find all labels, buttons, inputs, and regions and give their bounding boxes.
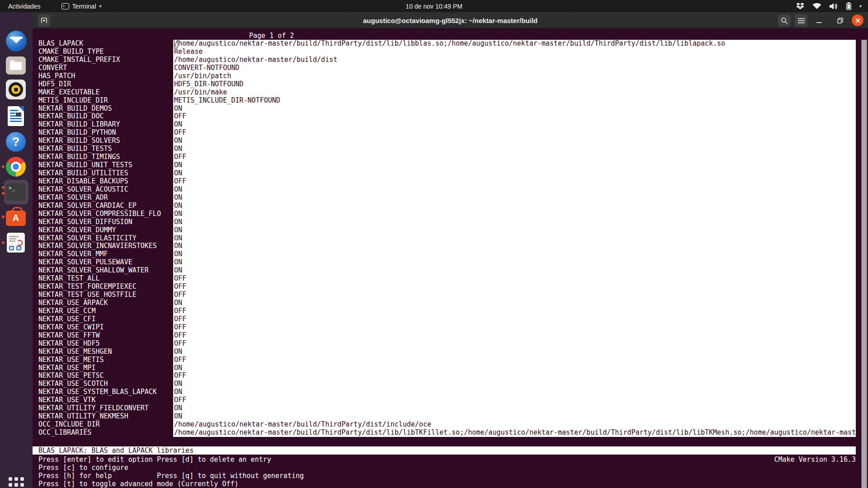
cmake-entry-row[interactable]: NEKTAR_SOLVER_ACOUSTICON	[33, 186, 868, 194]
entry-value-field[interactable]: OFF	[173, 129, 856, 137]
cmake-entry-row[interactable]: NEKTAR_USE_VTKOFF	[33, 396, 868, 404]
entry-value-field[interactable]: ON	[173, 235, 856, 243]
cmake-entry-row[interactable]: NEKTAR_USE_MPION	[33, 364, 868, 372]
cmake-entry-row[interactable]: NEKTAR_UTILITY_FIELDCONVERTON	[33, 404, 868, 413]
entry-value-field[interactable]: OFF	[173, 307, 856, 315]
entry-value-field[interactable]: ON	[173, 364, 856, 372]
cmake-entry-row[interactable]: NEKTAR_USE_MESHGENON	[33, 348, 868, 356]
entry-value-field[interactable]: OFF	[173, 153, 856, 161]
cmake-entry-row[interactable]: NEKTAR_USE_SYSTEM_BLAS_LAPACKON	[33, 388, 868, 396]
cmake-entry-row[interactable]: CMAKE_INSTALL_PREFIX/home/augustico/nekt…	[33, 56, 868, 64]
entry-value-field[interactable]: OFF	[173, 275, 856, 283]
cmake-entry-row[interactable]: HAS_PATCH/usr/bin/patch	[33, 72, 868, 80]
cmake-entry-row[interactable]: NEKTAR_BUILD_TESTSON	[33, 145, 868, 153]
dock-item-rhythmbox[interactable]	[6, 80, 27, 100]
cmake-entry-row[interactable]: NEKTAR_SOLVER_COMPRESSIBLE_FLOON	[33, 210, 868, 218]
cmake-entry-row[interactable]: NEKTAR_BUILD_UTILITIESON	[33, 169, 868, 178]
cmake-entry-row[interactable]: NEKTAR_SOLVER_ELASTICITYON	[33, 235, 868, 243]
entry-value-field[interactable]: /usr/bin/make	[173, 89, 856, 97]
dock-item-terminal[interactable]: >_	[6, 182, 27, 202]
cmake-entry-row[interactable]: NEKTAR_USE_PETSCOFF	[33, 372, 868, 380]
close-button[interactable]	[852, 14, 863, 26]
cmake-entry-row[interactable]: NEKTAR_TEST_ALLOFF	[33, 275, 868, 283]
entry-value-field[interactable]: ON	[173, 186, 856, 194]
entry-value-field[interactable]: /home/augustico/nektar-master/build/Thir…	[173, 40, 856, 48]
entry-value-field[interactable]: METIS_INCLUDE_DIR-NOTFOUND	[173, 97, 856, 105]
cmake-entry-row[interactable]: MAKE_EXECUTABLE/usr/bin/make	[33, 89, 868, 97]
entry-value-field[interactable]: ON	[173, 194, 856, 202]
cmake-entry-row[interactable]: HDF5_DIRHDF5_DIR-NOTFOUND	[33, 80, 868, 89]
entry-value-field[interactable]: ON	[173, 161, 856, 169]
entry-value-field[interactable]: ON	[173, 105, 856, 113]
cmake-entry-row[interactable]: NEKTAR_USE_CFIOFF	[33, 315, 868, 324]
entry-value-field[interactable]: OFF	[173, 396, 856, 404]
entry-value-field[interactable]: HDF5_DIR-NOTFOUND	[173, 80, 856, 89]
entry-value-field[interactable]: ON	[173, 404, 856, 413]
cmake-entry-row[interactable]: OCC_LIBRARIES/home/augustico/nektar-mast…	[33, 429, 868, 437]
cmake-entry-row[interactable]: NEKTAR_USE_CWIPIOFF	[33, 324, 868, 332]
cmake-entry-row[interactable]: NEKTAR_USE_SCOTCHON	[33, 380, 868, 388]
entry-value-field[interactable]: ON	[173, 226, 856, 235]
entry-value-field[interactable]: ON	[173, 145, 856, 153]
cmake-entry-row[interactable]: NEKTAR_UTILITY_NEKMESHON	[33, 413, 868, 421]
cmake-entry-row[interactable]: NEKTAR_SOLVER_INCNAVIERSTOKESON	[33, 242, 868, 250]
dock-item-files[interactable]	[6, 55, 27, 76]
entry-value-field[interactable]: ON	[173, 258, 856, 267]
cmake-entry-row[interactable]: NEKTAR_SOLVER_SHALLOW_WATERON	[33, 267, 868, 275]
cmake-entry-row[interactable]: NEKTAR_USE_METISOFF	[33, 356, 868, 364]
cmake-entry-row[interactable]: BLAS_LAPACK/home/augustico/nektar-master…	[33, 40, 868, 48]
cmake-entry-row[interactable]: NEKTAR_USE_ARPACKON	[33, 299, 868, 307]
dock-item-chrome[interactable]	[6, 157, 27, 178]
system-tray[interactable]: ▾	[796, 0, 868, 12]
entry-value-field[interactable]: OFF	[173, 324, 856, 332]
entry-value-field[interactable]: OFF	[173, 332, 856, 340]
entry-value-field[interactable]: OFF	[173, 178, 856, 186]
entry-value-field[interactable]: OFF	[173, 356, 856, 364]
entry-value-field[interactable]: OFF	[173, 291, 856, 299]
entry-value-field[interactable]: OFF	[173, 340, 856, 348]
cmake-entry-row[interactable]: NEKTAR_BUILD_PYTHONOFF	[33, 129, 868, 137]
cmake-entry-row[interactable]: NEKTAR_BUILD_DEMOSON	[33, 105, 868, 113]
entry-value-field[interactable]: ON	[173, 202, 856, 210]
cmake-entry-row[interactable]: OCC_INCLUDE_DIR/home/augustico/nektar-ma…	[33, 421, 868, 429]
cmake-entry-row[interactable]: NEKTAR_BUILD_UNIT_TESTSON	[33, 161, 868, 169]
cmake-entry-row[interactable]: NEKTAR_TEST_FORCEMPIEXECOFF	[33, 283, 868, 291]
entry-value-field[interactable]: /home/augustico/nektar-master/build/dist	[173, 56, 856, 64]
cmake-entry-row[interactable]: NEKTAR_BUILD_TIMINGSOFF	[33, 153, 868, 161]
terminal-screen[interactable]: Page 1 of 2 BLAS_LAPACK/home/augustico/n…	[33, 28, 868, 488]
entry-value-field[interactable]: Release	[173, 48, 856, 56]
minimize-button[interactable]	[814, 14, 825, 27]
dock-item-ubuntu-software[interactable]: A	[6, 207, 27, 228]
entry-value-field[interactable]: OFF	[173, 372, 856, 380]
entry-value-field[interactable]: ON	[173, 121, 856, 129]
entry-value-field[interactable]: OFF	[173, 113, 856, 121]
cmake-entry-row[interactable]: CONVERTCONVERT-NOTFOUND	[33, 64, 868, 72]
cmake-entry-row[interactable]: NEKTAR_SOLVER_CARDIAC_EPON	[33, 202, 868, 210]
terminal-scrollbar[interactable]	[861, 40, 867, 488]
entry-value-field[interactable]: ON	[173, 250, 856, 258]
dock-item-writer[interactable]	[6, 106, 27, 127]
cmake-entry-row[interactable]: NEKTAR_DISABLE_BACKUPSOFF	[33, 178, 868, 186]
dock-item-thunderbird[interactable]	[6, 31, 27, 52]
cmake-entry-row[interactable]: NEKTAR_SOLVER_DUMMYON	[33, 226, 868, 235]
new-tab-button[interactable]	[38, 14, 50, 27]
cmake-entry-row[interactable]: NEKTAR_USE_HDF5OFF	[33, 340, 868, 348]
app-menu-terminal[interactable]: > Terminal ▾	[61, 3, 102, 10]
cmake-entry-row[interactable]: NEKTAR_BUILD_LIBRARYON	[33, 121, 868, 129]
search-button[interactable]	[778, 14, 791, 27]
entry-value-field[interactable]: ON	[173, 348, 856, 356]
entry-value-field[interactable]: ON	[173, 388, 856, 396]
entry-value-field[interactable]: ON	[173, 267, 856, 275]
entry-value-field[interactable]: ON	[173, 218, 856, 226]
entry-value-field[interactable]: OFF	[173, 283, 856, 291]
cmake-entry-row[interactable]: NEKTAR_USE_FFTWOFF	[33, 332, 868, 340]
cmake-entry-row[interactable]: METIS_INCLUDE_DIRMETIS_INCLUDE_DIR-NOTFO…	[33, 97, 868, 105]
cmake-entry-row[interactable]: NEKTAR_BUILD_SOLVERSON	[33, 137, 868, 145]
cmake-entry-row[interactable]: NEKTAR_TEST_USE_HOSTFILEOFF	[33, 291, 868, 299]
entry-value-field[interactable]: ON	[173, 210, 856, 218]
menu-button[interactable]	[795, 14, 807, 27]
cmake-entry-row[interactable]: NEKTAR_USE_CCMOFF	[33, 307, 868, 315]
entry-value-field[interactable]: ON	[173, 169, 856, 178]
entry-value-field[interactable]: ON	[173, 137, 856, 145]
activities-button[interactable]: Actividades	[0, 0, 49, 12]
